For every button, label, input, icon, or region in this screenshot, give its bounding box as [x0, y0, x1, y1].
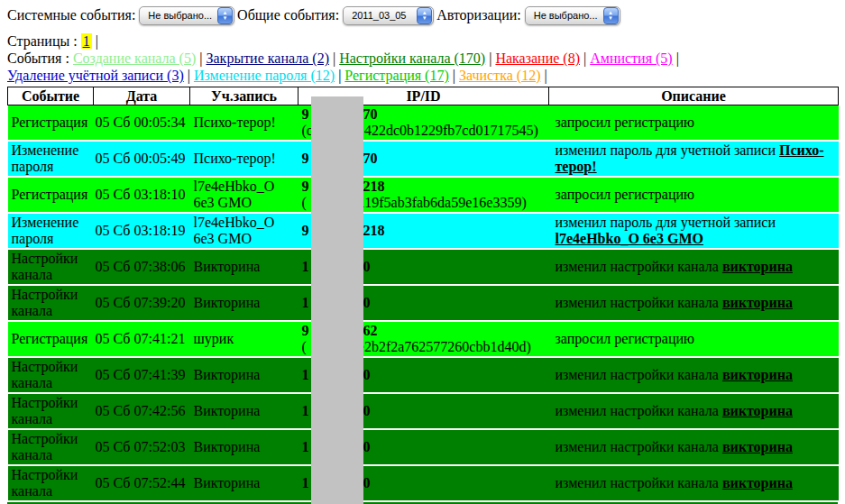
arrow-down-icon: ▼ [608, 15, 613, 21]
page-link-1[interactable]: 1 [81, 33, 92, 49]
event-filter-link-close-channel[interactable]: Закрытие канала (2) [206, 50, 328, 66]
date-cell: 05 Сб 07:42:56 [94, 393, 190, 429]
separator: | [333, 50, 335, 66]
events-nav: События : Создание канала (5) | Закрытие… [7, 50, 838, 84]
account-link[interactable]: викторина [722, 295, 793, 310]
separator: | [676, 50, 679, 66]
account-cell: Викторина [190, 465, 299, 501]
date-cell: 05 Сб 07:41:39 [94, 357, 190, 393]
event-filter-link-password-change[interactable]: Изменение пароля (12) [194, 68, 335, 83]
date-cell: 05 Сб 00:05:34 [94, 105, 190, 142]
stepper-icon: ▲ ▼ [417, 7, 432, 24]
redaction-overlay [311, 96, 363, 504]
description-text: изменил настройки канала [556, 259, 719, 274]
event-cell: Настройки канала [8, 393, 94, 429]
header-date: Дата [94, 87, 190, 105]
date-cell: 05 Сб 00:05:49 [94, 141, 190, 177]
table-row: Регистрация 05 Сб 03:18:10 l7e4eHbko_O 6… [8, 177, 839, 213]
date-cell: 05 Сб 07:52:03 [94, 429, 190, 465]
separator: | [583, 50, 586, 66]
event-cell: Регистрация [8, 177, 94, 213]
table-row: Настройки канала 05 Сб 07:52:44 Викторин… [8, 465, 839, 501]
description-text: изменил настройки канала [556, 367, 719, 382]
date-cell: 05 Сб 07:38:06 [94, 249, 190, 285]
table-row: Настройки канала 05 Сб 07:39:20 Викторин… [8, 285, 839, 321]
separator: | [453, 68, 455, 83]
general-events-select-value: 2011_03_05 [352, 10, 417, 21]
separator: | [544, 68, 546, 83]
account-cell: Викторина [190, 429, 299, 465]
description-cell: изменил настройки канала викторина [549, 465, 839, 501]
description-cell: запросил регистрацию [549, 321, 839, 357]
event-filter-link-purge[interactable]: Зачистка (12) [459, 68, 540, 83]
description-text: изменил пароль для учетной записи [556, 215, 776, 230]
description-text: изменил настройки канала [556, 295, 719, 310]
table-header-row: Событие Дата Уч.запись IP/ID Описание [8, 87, 839, 105]
description-text: изменил настройки канала [556, 439, 719, 454]
event-filter-link-create-channel[interactable]: Создание канала (5) [73, 50, 196, 66]
description-text: изменил настройки канала [556, 403, 719, 418]
table-row: Настройки канала 05 Сб 07:42:56 Викторин… [8, 393, 839, 429]
system-events-label: Системные события: [7, 7, 135, 23]
authorizations-select-value: Не выбрано... [534, 10, 603, 21]
header-description: Описание [549, 87, 839, 105]
authorizations-label: Авторизации: [436, 7, 521, 23]
account-cell: Викторина [190, 393, 299, 429]
description-cell: запросил регистрацию [549, 177, 839, 213]
description-text: изменил настройки канала [556, 475, 719, 490]
description-cell: изменил настройки канала викторина [549, 357, 839, 393]
events-table: Событие Дата Уч.запись IP/ID Описание Ре… [7, 87, 839, 502]
description-cell: запросил регистрацию [549, 105, 839, 142]
description-cell: изменил пароль для учетной записи Психо-… [549, 141, 839, 177]
separator: | [188, 68, 190, 83]
account-link[interactable]: викторина [722, 403, 793, 418]
general-events-select[interactable]: 2011_03_05 ▲ ▼ [343, 6, 434, 25]
account-cell: Психо-терор! [190, 141, 299, 177]
arrow-down-icon: ▼ [422, 15, 427, 21]
event-cell: Настройки канала [8, 465, 94, 501]
event-cell: Настройки канала [8, 429, 94, 465]
system-events-select[interactable]: Не выбрано... ▲ ▼ [139, 6, 234, 25]
table-row: Настройки канала 05 Сб 07:52:03 Викторин… [8, 429, 839, 465]
pages-label: Страницы : [7, 33, 78, 49]
filter-bar: Системные события: Не выбрано... ▲ ▼ Общ… [7, 4, 838, 27]
description-text: запросил регистрацию [556, 115, 695, 130]
event-filter-link-punishment[interactable]: Наказание (8) [495, 50, 580, 66]
date-cell: 05 Сб 07:52:44 [94, 465, 190, 501]
event-cell: Регистрация [8, 105, 94, 142]
account-link[interactable]: викторина [722, 259, 793, 274]
event-cell: Изменение пароля [8, 213, 94, 249]
description-text: запросил регистрацию [556, 187, 695, 202]
table-row: Регистрация 05 Сб 00:05:34 Психо-терор! … [8, 105, 839, 142]
account-link[interactable]: викторина [722, 475, 793, 490]
event-filter-link-channel-settings[interactable]: Настройки канала (170) [339, 50, 485, 66]
event-cell: Регистрация [8, 321, 94, 357]
table-row: Настройки канала 05 Сб 07:41:39 Викторин… [8, 357, 839, 393]
event-filter-link-amnesty[interactable]: Амнистия (5) [590, 50, 672, 66]
separator: | [338, 68, 341, 83]
date-cell: 05 Сб 03:18:19 [94, 213, 190, 249]
account-link[interactable]: l7e4eHbko_O 6e3 GMO [556, 231, 703, 246]
authorizations-select[interactable]: Не выбрано... ▲ ▼ [525, 6, 620, 25]
description-cell: изменил настройки канала викторина [549, 393, 839, 429]
system-events-select-value: Не выбрано... [148, 10, 217, 21]
date-cell: 05 Сб 07:39:20 [94, 285, 190, 321]
account-link[interactable]: викторина [722, 367, 793, 382]
date-cell: 05 Сб 07:41:21 [94, 321, 190, 357]
description-text: запросил регистрацию [556, 331, 695, 346]
event-cell: Изменение пароля [8, 141, 94, 177]
pages-trailing-separator: | [96, 33, 98, 49]
account-cell: Викторина [190, 249, 299, 285]
description-cell: изменил настройки канала викторина [549, 249, 839, 285]
table-row: Изменение пароля 05 Сб 00:05:49 Психо-те… [8, 141, 839, 177]
table-row: Регистрация 05 Сб 07:41:21 шурик 962 (e2… [8, 321, 839, 357]
description-cell: изменил пароль для учетной записи l7e4eH… [549, 213, 839, 249]
event-filter-link-registration[interactable]: Регистрация (17) [344, 68, 448, 83]
date-cell: 05 Сб 03:18:10 [94, 177, 190, 213]
account-cell: Психо-терор! [190, 105, 299, 142]
table-row: Настройки канала 05 Сб 07:38:06 Викторин… [8, 249, 839, 285]
account-cell: Викторина [190, 285, 299, 321]
account-link[interactable]: викторина [722, 439, 793, 454]
account-cell: l7e4eHbko_O 6e3 GMO [190, 177, 299, 213]
event-filter-link-delete-account[interactable]: Удаление учётной записи (3) [7, 68, 184, 83]
